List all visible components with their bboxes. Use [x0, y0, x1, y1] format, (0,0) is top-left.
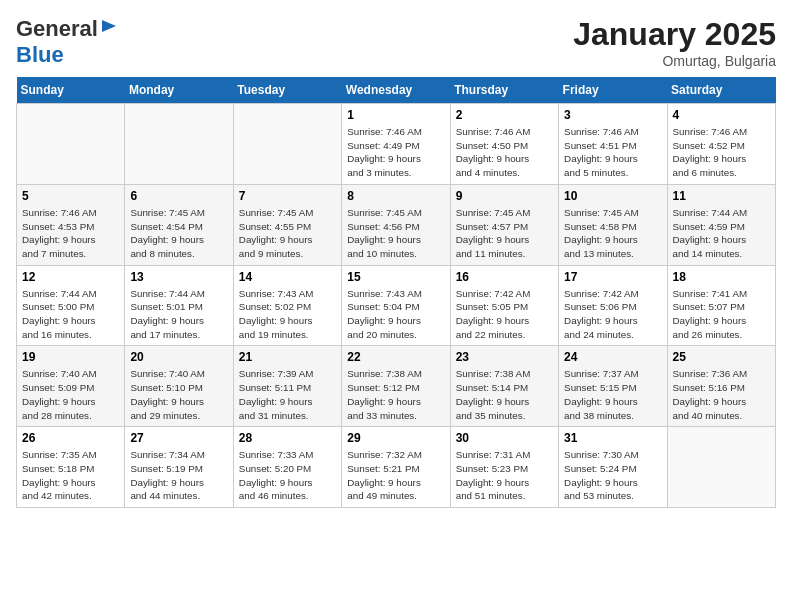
day-info: Sunrise: 7:43 AMSunset: 5:02 PMDaylight:…	[239, 287, 336, 342]
logo-general: General	[16, 16, 98, 42]
day-number: 13	[130, 270, 227, 284]
calendar-cell: 30Sunrise: 7:31 AMSunset: 5:23 PMDayligh…	[450, 427, 558, 508]
calendar-table: SundayMondayTuesdayWednesdayThursdayFrid…	[16, 77, 776, 508]
calendar-cell: 7Sunrise: 7:45 AMSunset: 4:55 PMDaylight…	[233, 184, 341, 265]
calendar-cell: 9Sunrise: 7:45 AMSunset: 4:57 PMDaylight…	[450, 184, 558, 265]
calendar-cell: 23Sunrise: 7:38 AMSunset: 5:14 PMDayligh…	[450, 346, 558, 427]
day-number: 3	[564, 108, 661, 122]
logo: General Blue	[16, 16, 120, 68]
day-info: Sunrise: 7:45 AMSunset: 4:58 PMDaylight:…	[564, 206, 661, 261]
calendar-cell: 21Sunrise: 7:39 AMSunset: 5:11 PMDayligh…	[233, 346, 341, 427]
day-info: Sunrise: 7:44 AMSunset: 5:00 PMDaylight:…	[22, 287, 119, 342]
day-number: 5	[22, 189, 119, 203]
calendar-cell: 20Sunrise: 7:40 AMSunset: 5:10 PMDayligh…	[125, 346, 233, 427]
day-number: 18	[673, 270, 770, 284]
day-info: Sunrise: 7:35 AMSunset: 5:18 PMDaylight:…	[22, 448, 119, 503]
calendar-body: 1Sunrise: 7:46 AMSunset: 4:49 PMDaylight…	[17, 104, 776, 508]
calendar-cell	[125, 104, 233, 185]
day-number: 17	[564, 270, 661, 284]
day-number: 20	[130, 350, 227, 364]
day-number: 12	[22, 270, 119, 284]
calendar-cell: 1Sunrise: 7:46 AMSunset: 4:49 PMDaylight…	[342, 104, 450, 185]
calendar-cell: 11Sunrise: 7:44 AMSunset: 4:59 PMDayligh…	[667, 184, 775, 265]
calendar-week-row: 12Sunrise: 7:44 AMSunset: 5:00 PMDayligh…	[17, 265, 776, 346]
calendar-cell: 18Sunrise: 7:41 AMSunset: 5:07 PMDayligh…	[667, 265, 775, 346]
day-info: Sunrise: 7:30 AMSunset: 5:24 PMDaylight:…	[564, 448, 661, 503]
calendar-cell: 24Sunrise: 7:37 AMSunset: 5:15 PMDayligh…	[559, 346, 667, 427]
day-info: Sunrise: 7:45 AMSunset: 4:54 PMDaylight:…	[130, 206, 227, 261]
day-info: Sunrise: 7:43 AMSunset: 5:04 PMDaylight:…	[347, 287, 444, 342]
day-number: 24	[564, 350, 661, 364]
day-info: Sunrise: 7:34 AMSunset: 5:19 PMDaylight:…	[130, 448, 227, 503]
calendar-cell: 3Sunrise: 7:46 AMSunset: 4:51 PMDaylight…	[559, 104, 667, 185]
calendar-cell: 4Sunrise: 7:46 AMSunset: 4:52 PMDaylight…	[667, 104, 775, 185]
day-number: 2	[456, 108, 553, 122]
day-number: 14	[239, 270, 336, 284]
day-number: 7	[239, 189, 336, 203]
logo-flag-icon	[100, 18, 118, 40]
day-number: 9	[456, 189, 553, 203]
day-number: 27	[130, 431, 227, 445]
day-number: 28	[239, 431, 336, 445]
calendar-week-row: 5Sunrise: 7:46 AMSunset: 4:53 PMDaylight…	[17, 184, 776, 265]
logo-blue: Blue	[16, 42, 120, 68]
day-info: Sunrise: 7:31 AMSunset: 5:23 PMDaylight:…	[456, 448, 553, 503]
calendar-cell: 22Sunrise: 7:38 AMSunset: 5:12 PMDayligh…	[342, 346, 450, 427]
day-info: Sunrise: 7:44 AMSunset: 4:59 PMDaylight:…	[673, 206, 770, 261]
day-info: Sunrise: 7:42 AMSunset: 5:06 PMDaylight:…	[564, 287, 661, 342]
day-number: 29	[347, 431, 444, 445]
calendar-cell: 17Sunrise: 7:42 AMSunset: 5:06 PMDayligh…	[559, 265, 667, 346]
day-number: 22	[347, 350, 444, 364]
day-info: Sunrise: 7:45 AMSunset: 4:55 PMDaylight:…	[239, 206, 336, 261]
day-info: Sunrise: 7:40 AMSunset: 5:09 PMDaylight:…	[22, 367, 119, 422]
day-info: Sunrise: 7:45 AMSunset: 4:57 PMDaylight:…	[456, 206, 553, 261]
calendar-cell: 10Sunrise: 7:45 AMSunset: 4:58 PMDayligh…	[559, 184, 667, 265]
day-number: 16	[456, 270, 553, 284]
calendar-cell	[667, 427, 775, 508]
day-info: Sunrise: 7:39 AMSunset: 5:11 PMDaylight:…	[239, 367, 336, 422]
svg-marker-0	[102, 20, 116, 32]
calendar-cell	[233, 104, 341, 185]
day-number: 15	[347, 270, 444, 284]
calendar-cell	[17, 104, 125, 185]
weekday-header-saturday: Saturday	[667, 77, 775, 104]
day-number: 4	[673, 108, 770, 122]
day-number: 25	[673, 350, 770, 364]
calendar-week-row: 1Sunrise: 7:46 AMSunset: 4:49 PMDaylight…	[17, 104, 776, 185]
weekday-header-sunday: Sunday	[17, 77, 125, 104]
day-number: 21	[239, 350, 336, 364]
day-info: Sunrise: 7:41 AMSunset: 5:07 PMDaylight:…	[673, 287, 770, 342]
calendar-cell: 16Sunrise: 7:42 AMSunset: 5:05 PMDayligh…	[450, 265, 558, 346]
calendar-cell: 14Sunrise: 7:43 AMSunset: 5:02 PMDayligh…	[233, 265, 341, 346]
month-title: January 2025	[573, 16, 776, 53]
day-number: 1	[347, 108, 444, 122]
day-number: 23	[456, 350, 553, 364]
location-subtitle: Omurtag, Bulgaria	[573, 53, 776, 69]
weekday-header-row: SundayMondayTuesdayWednesdayThursdayFrid…	[17, 77, 776, 104]
calendar-cell: 8Sunrise: 7:45 AMSunset: 4:56 PMDaylight…	[342, 184, 450, 265]
calendar-cell: 27Sunrise: 7:34 AMSunset: 5:19 PMDayligh…	[125, 427, 233, 508]
day-info: Sunrise: 7:46 AMSunset: 4:53 PMDaylight:…	[22, 206, 119, 261]
calendar-cell: 6Sunrise: 7:45 AMSunset: 4:54 PMDaylight…	[125, 184, 233, 265]
day-number: 19	[22, 350, 119, 364]
calendar-cell: 5Sunrise: 7:46 AMSunset: 4:53 PMDaylight…	[17, 184, 125, 265]
day-info: Sunrise: 7:38 AMSunset: 5:12 PMDaylight:…	[347, 367, 444, 422]
weekday-header-wednesday: Wednesday	[342, 77, 450, 104]
calendar-cell: 12Sunrise: 7:44 AMSunset: 5:00 PMDayligh…	[17, 265, 125, 346]
day-number: 30	[456, 431, 553, 445]
calendar-cell: 25Sunrise: 7:36 AMSunset: 5:16 PMDayligh…	[667, 346, 775, 427]
day-info: Sunrise: 7:32 AMSunset: 5:21 PMDaylight:…	[347, 448, 444, 503]
calendar-week-row: 26Sunrise: 7:35 AMSunset: 5:18 PMDayligh…	[17, 427, 776, 508]
day-info: Sunrise: 7:44 AMSunset: 5:01 PMDaylight:…	[130, 287, 227, 342]
day-number: 31	[564, 431, 661, 445]
title-block: January 2025 Omurtag, Bulgaria	[573, 16, 776, 69]
calendar-cell: 26Sunrise: 7:35 AMSunset: 5:18 PMDayligh…	[17, 427, 125, 508]
day-info: Sunrise: 7:46 AMSunset: 4:51 PMDaylight:…	[564, 125, 661, 180]
day-info: Sunrise: 7:38 AMSunset: 5:14 PMDaylight:…	[456, 367, 553, 422]
calendar-cell: 13Sunrise: 7:44 AMSunset: 5:01 PMDayligh…	[125, 265, 233, 346]
day-info: Sunrise: 7:33 AMSunset: 5:20 PMDaylight:…	[239, 448, 336, 503]
calendar-week-row: 19Sunrise: 7:40 AMSunset: 5:09 PMDayligh…	[17, 346, 776, 427]
calendar-cell: 15Sunrise: 7:43 AMSunset: 5:04 PMDayligh…	[342, 265, 450, 346]
calendar-cell: 29Sunrise: 7:32 AMSunset: 5:21 PMDayligh…	[342, 427, 450, 508]
weekday-header-friday: Friday	[559, 77, 667, 104]
